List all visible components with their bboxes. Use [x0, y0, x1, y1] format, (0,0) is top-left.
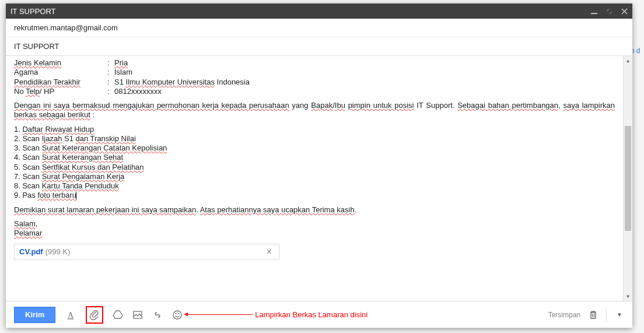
compose-window: IT SUPPORT rekrutmen.mantap@gmail.com IT… [6, 3, 632, 328]
titlebar: IT SUPPORT [6, 3, 632, 19]
expand-icon[interactable] [606, 8, 612, 15]
attach-file-icon[interactable] [89, 310, 100, 320]
window-title: IT SUPPORT [10, 7, 590, 16]
to-field[interactable]: rekrutmen.mantap@gmail.com [6, 19, 632, 37]
formatting-icon[interactable]: A [66, 310, 76, 320]
insert-drive-icon[interactable] [113, 310, 123, 320]
svg-point-4 [176, 313, 177, 314]
email-body[interactable]: Jenis Kelamin:Pria Agama:Islam Pendidika… [6, 56, 623, 301]
insert-link-icon[interactable] [152, 310, 163, 320]
svg-text:A: A [68, 311, 74, 320]
send-button[interactable]: Kirim [14, 307, 55, 323]
remove-attachment-icon[interactable]: × [264, 246, 274, 258]
svg-rect-0 [591, 13, 597, 14]
compose-footer: Kirim A Lam [6, 301, 632, 328]
svg-point-5 [178, 313, 180, 314]
attach-highlight-box [86, 306, 103, 324]
close-icon[interactable] [621, 8, 628, 15]
minimize-icon[interactable] [590, 8, 597, 15]
annotation-text: Lampirkan Berkas Lamaran disini [255, 310, 368, 319]
scrollbar[interactable]: ▲ ▼ [623, 56, 632, 301]
scroll-thumb[interactable] [625, 126, 631, 231]
scroll-down-icon[interactable]: ▼ [624, 292, 632, 301]
attachment-name: CV.pdf [19, 247, 43, 257]
saved-status: Tersimpan [548, 311, 580, 319]
insert-emoji-icon[interactable] [172, 310, 183, 320]
discard-draft-icon[interactable] [589, 310, 598, 320]
subject-field[interactable]: IT SUPPORT [6, 37, 632, 55]
svg-point-3 [173, 311, 181, 319]
annotation-arrow: Lampirkan Berkas Lamaran disini [187, 310, 368, 319]
attachment-chip[interactable]: CV.pdf (999 K) × [14, 244, 279, 260]
insert-photo-icon[interactable] [132, 310, 143, 320]
more-options-icon[interactable]: ▼ [615, 310, 624, 320]
attachment-size: (999 K) [46, 247, 264, 257]
scroll-up-icon[interactable]: ▲ [624, 56, 632, 65]
